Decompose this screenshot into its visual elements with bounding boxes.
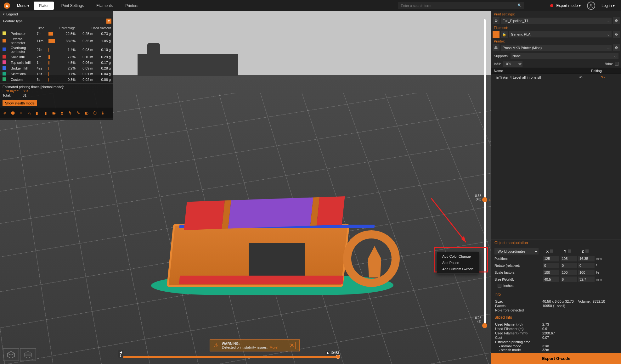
tab-plater[interactable]: Plater <box>34 2 54 10</box>
printer-select[interactable]: Prusa MK3 Printer (Mine) <box>501 45 612 51</box>
inches-label: Inches <box>503 284 513 288</box>
manip-z-input[interactable] <box>578 263 595 268</box>
view-opt-icon[interactable]: ◧ <box>34 109 41 116</box>
search-input[interactable] <box>398 2 524 9</box>
tab-filaments[interactable]: Filaments <box>91 2 118 10</box>
visibility-icon[interactable]: 👁 <box>574 76 587 79</box>
lock-y-icon[interactable] <box>568 249 571 253</box>
manip-row: Rotate (relative): ° <box>494 262 618 269</box>
manip-y-input[interactable] <box>561 277 577 282</box>
object-name: inTinker-4-Level-all-in-one.stl <box>494 76 574 79</box>
legend-row[interactable]: Custom 6s 0.3% 0.02 m 0.06 g <box>1 77 113 82</box>
legend-row[interactable]: Top solid infill 1m 4.5% 0.06 m 0.17 g <box>1 60 113 65</box>
user-icon[interactable] <box>587 2 595 10</box>
app-logo-icon <box>4 3 10 9</box>
show-stealth-button[interactable]: Show stealth mode <box>3 100 37 106</box>
legend-header[interactable]: Legend <box>0 11 113 17</box>
layer-slider-upper-thumb[interactable] <box>482 197 487 202</box>
legend-table: Time Percentage Used filament Perimeter … <box>0 25 113 83</box>
manip-y-input[interactable] <box>561 263 577 268</box>
edit-preset-icon[interactable]: ⚙ <box>613 17 620 24</box>
manip-x-input[interactable] <box>543 263 559 268</box>
brim-checkbox[interactable] <box>615 62 618 66</box>
view-opt-icon[interactable]: ⬡ <box>91 109 98 116</box>
gear-icon[interactable]: ⚙ <box>493 17 500 24</box>
view-preview-button[interactable] <box>20 348 36 361</box>
tab-print-settings[interactable]: Print Settings <box>56 2 89 10</box>
ctx-add-pause[interactable]: Add Pause <box>437 260 479 266</box>
info-panel: Size:40.50 x 6.00 x 32.70 Volume: 2532.1… <box>491 298 621 314</box>
manip-row: Size [World]: mm <box>494 276 618 283</box>
view-opt-icon[interactable]: 🌡 <box>99 109 106 116</box>
legend-row[interactable]: External perimeter 11m 33.8% 0.35 m 1.05… <box>1 37 113 45</box>
login-button[interactable]: Log in ▾ <box>601 3 615 8</box>
horizontal-move-slider[interactable]: ◀ 1 ▶ 10453 <box>120 356 340 358</box>
printer-icon[interactable]: 🖶 <box>493 44 500 51</box>
ctx-add-custom-gcode[interactable]: Add Custom G-code <box>437 266 479 272</box>
manip-z-input[interactable] <box>578 270 595 275</box>
view-opt-icon[interactable]: ⩚ <box>26 109 33 116</box>
coord-system-select[interactable]: World coordinates <box>494 248 539 255</box>
supports-select[interactable]: None <box>511 53 618 59</box>
hslider-end-label: ▶ 10453 <box>325 351 340 355</box>
lock-icon[interactable]: 🔒 <box>501 31 508 38</box>
view-opt-icon[interactable]: ⧗ <box>59 109 65 116</box>
manip-x-input[interactable] <box>543 256 559 261</box>
view-opt-icon[interactable]: ◐ <box>83 109 90 116</box>
manip-z-input[interactable] <box>578 277 595 282</box>
legend-row[interactable]: Overhang perimeter 27s 1.4% 0.03 m 0.10 … <box>1 46 113 54</box>
print-settings-label: Print settings: <box>491 11 621 17</box>
manip-y-input[interactable] <box>561 270 577 275</box>
warning-close-button[interactable]: ✕ <box>288 342 296 349</box>
layer-slider[interactable]: 8.65 (43) 0.25 (1) ＋ <box>484 19 486 326</box>
sliced-info-header: Sliced Info <box>491 314 621 321</box>
legend-row[interactable]: Perimeter 7m 22.5% 0.25 m 0.73 g <box>1 31 113 36</box>
manip-x-input[interactable] <box>543 277 559 282</box>
view-opt-icon[interactable]: ⬢ <box>9 109 16 116</box>
lock-x-icon[interactable] <box>550 249 553 253</box>
view-opt-icon[interactable]: ⎈ <box>1 109 8 116</box>
legend-row[interactable]: Skirt/Brim 13s 0.7% 0.01 m 0.04 g <box>1 71 113 76</box>
layer-slider-lower-thumb[interactable] <box>482 323 487 328</box>
view-opt-icon[interactable]: ▮ <box>42 109 49 116</box>
view-3d-editor-button[interactable] <box>3 348 19 361</box>
view-opt-icon[interactable]: ✎ <box>75 109 82 116</box>
manip-x-input[interactable] <box>543 270 559 275</box>
legend-row[interactable]: Solid infill 2m 7.8% 0.10 m 0.29 g <box>1 54 113 59</box>
edit-filament-icon[interactable]: ⚙ <box>613 31 620 38</box>
view-opt-icon[interactable]: ≡ <box>18 109 25 116</box>
edit-object-icon[interactable]: ✎▫ <box>587 75 618 79</box>
manip-row: Position: mm <box>494 255 618 262</box>
export-gcode-button[interactable]: Export G-code <box>491 353 621 364</box>
lock-z-icon[interactable] <box>585 249 589 253</box>
warning-title: WARNING: <box>222 342 279 345</box>
model-preview[interactable] <box>161 199 375 287</box>
menu-button[interactable]: Menu ▾ <box>14 2 32 9</box>
infill-select[interactable]: 0% <box>503 61 522 67</box>
manip-y-input[interactable] <box>561 256 577 261</box>
view-opt-icon[interactable]: ↯ <box>67 109 74 116</box>
legend-row[interactable]: Bridge infill 42s 2.2% 0.09 m 0.28 g <box>1 66 113 71</box>
object-row[interactable]: inTinker-4-Level-all-in-one.stl 👁 ✎▫ <box>491 74 621 81</box>
inches-checkbox[interactable] <box>498 284 501 288</box>
ctx-add-color-change[interactable]: Add Color Change <box>437 253 479 260</box>
hslider-thumb[interactable] <box>336 355 340 359</box>
view-mode-toggle <box>3 348 36 361</box>
search-icon[interactable]: 🔍 <box>517 3 522 8</box>
horizon-silhouette <box>138 54 238 76</box>
manip-z-input[interactable] <box>578 256 595 261</box>
feature-type-select[interactable]: Feature type <box>2 18 106 24</box>
filament-select[interactable]: Generic PLA <box>509 31 612 37</box>
legend-panel: Legend Feature type ▼ Time Percentage Us… <box>0 11 113 120</box>
edit-printer-icon[interactable]: ⚙ <box>613 44 620 51</box>
mode-selector[interactable]: Expert mode ▾ <box>556 3 581 8</box>
feature-type-dropdown-icon[interactable]: ▼ <box>106 19 111 24</box>
filament-color-icon[interactable] <box>493 31 500 38</box>
print-settings-select[interactable]: Full_Pipeline_T1 <box>501 18 612 24</box>
mode-indicator-icon <box>550 4 553 7</box>
warning-more-link[interactable]: [More] <box>268 345 278 349</box>
sliced-info-panel: Used Filament (g)2.73Used Filament (m)0.… <box>491 321 621 353</box>
view-opt-icon[interactable]: ◉ <box>50 109 57 116</box>
object-manipulation-header: Object manipulation <box>491 239 621 246</box>
tab-printers[interactable]: Printers <box>120 2 143 10</box>
